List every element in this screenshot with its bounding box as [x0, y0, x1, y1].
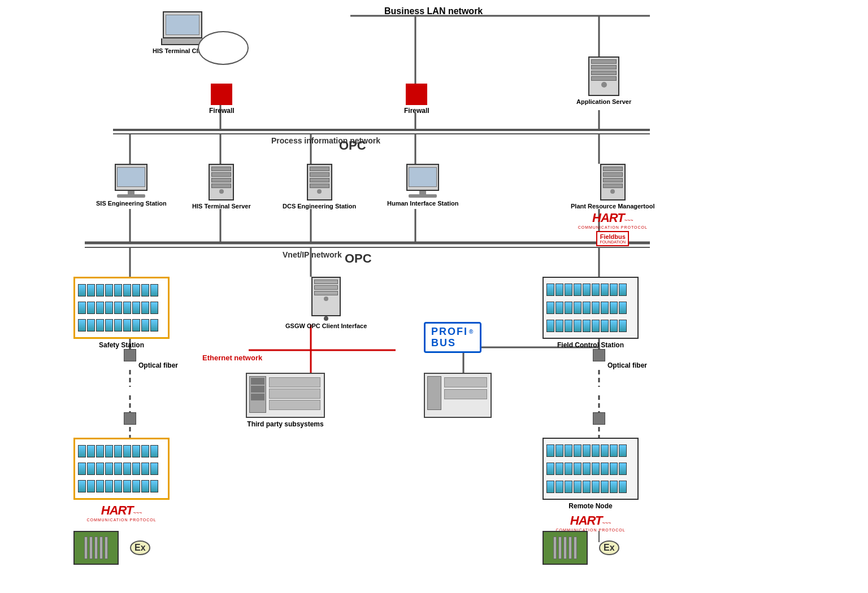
safety-rack-bottom-icon	[73, 438, 170, 500]
his-network-ellipse	[198, 31, 249, 65]
junction-box-right	[593, 349, 605, 361]
vnet-ip-label: Vnet/IP network	[283, 250, 342, 260]
application-server: Application Server	[576, 56, 631, 105]
hart-logo-bottom-left: HART	[101, 503, 133, 517]
plant-resource-managertool: Plant Resource Managertool HART~~~ COMMU…	[571, 164, 655, 246]
dcs-engineering-station: DCS Engineering Station	[283, 164, 356, 210]
firewall-right: Firewall	[404, 84, 429, 115]
his-terminal-server: HIS Terminal Server	[192, 164, 251, 210]
junction-box-left-bottom	[124, 412, 136, 425]
safety-rack-icon	[73, 277, 170, 339]
profibus-logo: PROFI ® BUS	[424, 322, 481, 353]
remote-node: Remote Node HART~~~ COMMUNICATION PROTOC…	[542, 438, 639, 532]
firewall-icon-right	[406, 84, 427, 105]
human-interface-station: Human Interface Station	[387, 164, 459, 207]
ex-device-left: Ex	[73, 531, 150, 565]
ex-board-right	[542, 531, 588, 565]
business-lan-label: Business LAN network	[384, 6, 483, 18]
firewall-left: Firewall	[209, 84, 235, 115]
firewall-icon-left	[211, 84, 232, 105]
ex-symbol-right: Ex	[599, 540, 619, 555]
hart-logo-top: HART	[592, 211, 624, 225]
hart-logo-bottom-right: HART	[570, 513, 602, 527]
architecture-diagram: Business LAN network HIS Terminal Client…	[0, 0, 868, 593]
field-control-station: Field Control Station	[542, 277, 639, 349]
opc-label-mid: OPC	[345, 251, 372, 266]
junction-box-right-bottom	[593, 412, 605, 425]
third-party-subsystems: Third party subsystems	[246, 373, 325, 428]
gsgw-opc-interface: GSGW OPC Client Interface	[285, 277, 367, 329]
ethernet-label: Ethernet network	[202, 354, 262, 363]
safety-station-bottom: HART~~~ COMMUNICATION PROTOCOL	[73, 438, 170, 522]
subsystem-box-icon	[246, 373, 325, 418]
ex-board-left	[73, 531, 119, 565]
safety-station: Safety Station	[73, 277, 170, 349]
optical-fiber-left-label: Optical fiber	[138, 361, 178, 370]
app-server-icon	[588, 56, 619, 96]
profibus-device-icon	[424, 373, 492, 418]
ex-symbol-left: Ex	[130, 540, 150, 555]
remote-rack-icon	[542, 438, 639, 500]
sis-engineering-station: SIS Engineering Station	[96, 164, 167, 207]
profibus-device	[424, 373, 492, 418]
junction-box-left	[124, 349, 136, 361]
ex-device-right: Ex	[542, 531, 619, 565]
gsgw-icon	[311, 277, 341, 316]
optical-fiber-right-label: Optical fiber	[607, 361, 647, 370]
opc-label-top: OPC	[339, 138, 366, 153]
fcs-rack-icon	[542, 277, 639, 339]
fieldbus-logo: Fieldbus	[600, 233, 626, 240]
